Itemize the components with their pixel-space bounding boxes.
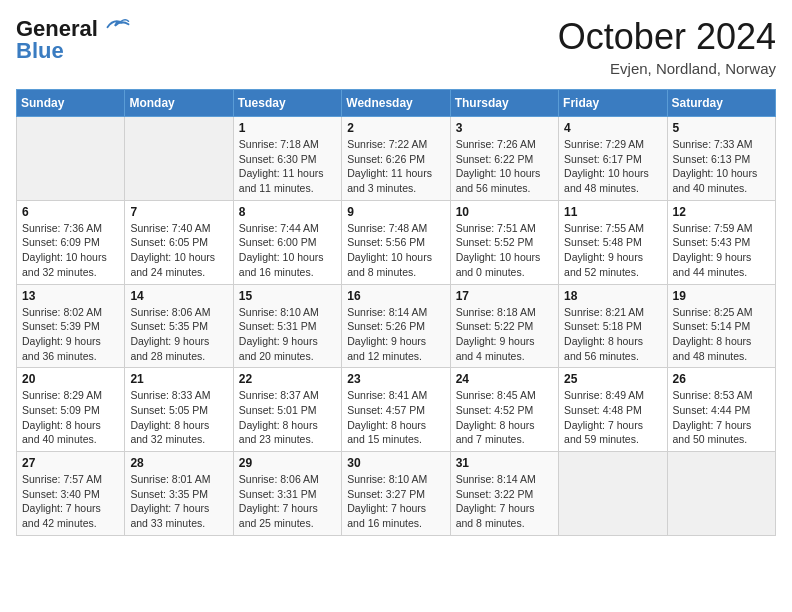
day-number: 15	[239, 289, 336, 303]
day-number: 14	[130, 289, 227, 303]
header-day-monday: Monday	[125, 90, 233, 117]
day-detail: Sunrise: 8:49 AM Sunset: 4:48 PM Dayligh…	[564, 388, 661, 447]
calendar-cell: 11Sunrise: 7:55 AM Sunset: 5:48 PM Dayli…	[559, 200, 667, 284]
day-number: 13	[22, 289, 119, 303]
day-number: 4	[564, 121, 661, 135]
calendar-header: SundayMondayTuesdayWednesdayThursdayFrid…	[17, 90, 776, 117]
header-day-saturday: Saturday	[667, 90, 775, 117]
calendar-cell: 17Sunrise: 8:18 AM Sunset: 5:22 PM Dayli…	[450, 284, 558, 368]
day-detail: Sunrise: 7:40 AM Sunset: 6:05 PM Dayligh…	[130, 221, 227, 280]
day-detail: Sunrise: 7:48 AM Sunset: 5:56 PM Dayligh…	[347, 221, 444, 280]
week-row-3: 13Sunrise: 8:02 AM Sunset: 5:39 PM Dayli…	[17, 284, 776, 368]
day-number: 6	[22, 205, 119, 219]
day-number: 27	[22, 456, 119, 470]
day-number: 3	[456, 121, 553, 135]
calendar-cell: 24Sunrise: 8:45 AM Sunset: 4:52 PM Dayli…	[450, 368, 558, 452]
calendar-cell: 19Sunrise: 8:25 AM Sunset: 5:14 PM Dayli…	[667, 284, 775, 368]
calendar-cell: 26Sunrise: 8:53 AM Sunset: 4:44 PM Dayli…	[667, 368, 775, 452]
day-number: 5	[673, 121, 770, 135]
day-number: 11	[564, 205, 661, 219]
header-day-sunday: Sunday	[17, 90, 125, 117]
day-detail: Sunrise: 8:02 AM Sunset: 5:39 PM Dayligh…	[22, 305, 119, 364]
calendar-cell: 20Sunrise: 8:29 AM Sunset: 5:09 PM Dayli…	[17, 368, 125, 452]
logo-text-blue: Blue	[16, 38, 64, 64]
day-detail: Sunrise: 8:06 AM Sunset: 5:35 PM Dayligh…	[130, 305, 227, 364]
day-number: 16	[347, 289, 444, 303]
day-detail: Sunrise: 8:37 AM Sunset: 5:01 PM Dayligh…	[239, 388, 336, 447]
day-number: 2	[347, 121, 444, 135]
day-number: 8	[239, 205, 336, 219]
header: General Blue October 2024 Evjen, Nordlan…	[16, 16, 776, 77]
day-number: 31	[456, 456, 553, 470]
calendar-cell	[125, 117, 233, 201]
day-number: 10	[456, 205, 553, 219]
day-detail: Sunrise: 7:57 AM Sunset: 3:40 PM Dayligh…	[22, 472, 119, 531]
location-subtitle: Evjen, Nordland, Norway	[558, 60, 776, 77]
day-detail: Sunrise: 8:53 AM Sunset: 4:44 PM Dayligh…	[673, 388, 770, 447]
day-number: 29	[239, 456, 336, 470]
calendar-cell: 12Sunrise: 7:59 AM Sunset: 5:43 PM Dayli…	[667, 200, 775, 284]
calendar-cell: 8Sunrise: 7:44 AM Sunset: 6:00 PM Daylig…	[233, 200, 341, 284]
day-detail: Sunrise: 8:18 AM Sunset: 5:22 PM Dayligh…	[456, 305, 553, 364]
logo-bird-icon	[100, 16, 130, 34]
day-detail: Sunrise: 8:41 AM Sunset: 4:57 PM Dayligh…	[347, 388, 444, 447]
calendar-cell: 23Sunrise: 8:41 AM Sunset: 4:57 PM Dayli…	[342, 368, 450, 452]
day-detail: Sunrise: 8:21 AM Sunset: 5:18 PM Dayligh…	[564, 305, 661, 364]
calendar-cell: 21Sunrise: 8:33 AM Sunset: 5:05 PM Dayli…	[125, 368, 233, 452]
day-number: 21	[130, 372, 227, 386]
day-detail: Sunrise: 7:59 AM Sunset: 5:43 PM Dayligh…	[673, 221, 770, 280]
day-detail: Sunrise: 8:14 AM Sunset: 5:26 PM Dayligh…	[347, 305, 444, 364]
day-detail: Sunrise: 7:44 AM Sunset: 6:00 PM Dayligh…	[239, 221, 336, 280]
header-day-wednesday: Wednesday	[342, 90, 450, 117]
calendar-cell: 1Sunrise: 7:18 AM Sunset: 6:30 PM Daylig…	[233, 117, 341, 201]
day-detail: Sunrise: 8:25 AM Sunset: 5:14 PM Dayligh…	[673, 305, 770, 364]
header-day-friday: Friday	[559, 90, 667, 117]
day-detail: Sunrise: 7:36 AM Sunset: 6:09 PM Dayligh…	[22, 221, 119, 280]
day-detail: Sunrise: 8:33 AM Sunset: 5:05 PM Dayligh…	[130, 388, 227, 447]
week-row-5: 27Sunrise: 7:57 AM Sunset: 3:40 PM Dayli…	[17, 452, 776, 536]
calendar-cell: 2Sunrise: 7:22 AM Sunset: 6:26 PM Daylig…	[342, 117, 450, 201]
day-number: 17	[456, 289, 553, 303]
day-detail: Sunrise: 7:22 AM Sunset: 6:26 PM Dayligh…	[347, 137, 444, 196]
calendar-cell: 6Sunrise: 7:36 AM Sunset: 6:09 PM Daylig…	[17, 200, 125, 284]
calendar-cell: 3Sunrise: 7:26 AM Sunset: 6:22 PM Daylig…	[450, 117, 558, 201]
calendar-cell: 15Sunrise: 8:10 AM Sunset: 5:31 PM Dayli…	[233, 284, 341, 368]
week-row-4: 20Sunrise: 8:29 AM Sunset: 5:09 PM Dayli…	[17, 368, 776, 452]
day-number: 7	[130, 205, 227, 219]
day-number: 1	[239, 121, 336, 135]
day-number: 18	[564, 289, 661, 303]
calendar-cell: 7Sunrise: 7:40 AM Sunset: 6:05 PM Daylig…	[125, 200, 233, 284]
calendar-cell	[17, 117, 125, 201]
calendar-cell: 30Sunrise: 8:10 AM Sunset: 3:27 PM Dayli…	[342, 452, 450, 536]
day-detail: Sunrise: 8:10 AM Sunset: 5:31 PM Dayligh…	[239, 305, 336, 364]
day-detail: Sunrise: 8:10 AM Sunset: 3:27 PM Dayligh…	[347, 472, 444, 531]
logo: General Blue	[16, 16, 130, 64]
calendar-cell: 22Sunrise: 8:37 AM Sunset: 5:01 PM Dayli…	[233, 368, 341, 452]
calendar-cell: 4Sunrise: 7:29 AM Sunset: 6:17 PM Daylig…	[559, 117, 667, 201]
calendar-cell: 16Sunrise: 8:14 AM Sunset: 5:26 PM Dayli…	[342, 284, 450, 368]
calendar-cell: 9Sunrise: 7:48 AM Sunset: 5:56 PM Daylig…	[342, 200, 450, 284]
day-number: 28	[130, 456, 227, 470]
calendar-cell: 13Sunrise: 8:02 AM Sunset: 5:39 PM Dayli…	[17, 284, 125, 368]
day-number: 26	[673, 372, 770, 386]
calendar-cell: 28Sunrise: 8:01 AM Sunset: 3:35 PM Dayli…	[125, 452, 233, 536]
day-number: 22	[239, 372, 336, 386]
day-detail: Sunrise: 8:06 AM Sunset: 3:31 PM Dayligh…	[239, 472, 336, 531]
day-number: 24	[456, 372, 553, 386]
day-number: 20	[22, 372, 119, 386]
day-detail: Sunrise: 7:29 AM Sunset: 6:17 PM Dayligh…	[564, 137, 661, 196]
calendar-table: SundayMondayTuesdayWednesdayThursdayFrid…	[16, 89, 776, 536]
day-detail: Sunrise: 7:51 AM Sunset: 5:52 PM Dayligh…	[456, 221, 553, 280]
calendar-cell: 18Sunrise: 8:21 AM Sunset: 5:18 PM Dayli…	[559, 284, 667, 368]
day-number: 19	[673, 289, 770, 303]
calendar-cell: 10Sunrise: 7:51 AM Sunset: 5:52 PM Dayli…	[450, 200, 558, 284]
day-number: 12	[673, 205, 770, 219]
day-detail: Sunrise: 7:55 AM Sunset: 5:48 PM Dayligh…	[564, 221, 661, 280]
calendar-cell: 27Sunrise: 7:57 AM Sunset: 3:40 PM Dayli…	[17, 452, 125, 536]
calendar-cell: 25Sunrise: 8:49 AM Sunset: 4:48 PM Dayli…	[559, 368, 667, 452]
day-detail: Sunrise: 7:26 AM Sunset: 6:22 PM Dayligh…	[456, 137, 553, 196]
calendar-body: 1Sunrise: 7:18 AM Sunset: 6:30 PM Daylig…	[17, 117, 776, 536]
header-day-tuesday: Tuesday	[233, 90, 341, 117]
calendar-cell	[559, 452, 667, 536]
calendar-cell: 14Sunrise: 8:06 AM Sunset: 5:35 PM Dayli…	[125, 284, 233, 368]
